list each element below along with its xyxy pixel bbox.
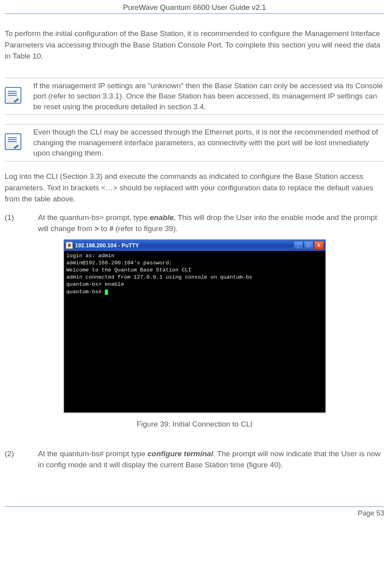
terminal-screenshot: 🖥 192.168.200.104 - PuTTY _ □ X login as…	[5, 239, 384, 413]
maximize-button[interactable]: □	[304, 241, 313, 250]
step-1: (1) At the quantum-bs> prompt, type enab…	[5, 212, 384, 235]
step1-post: (refer to figure 39).	[114, 224, 178, 233]
step-number: (1)	[5, 212, 38, 235]
intro-paragraph: To perform the initial configuration of …	[5, 28, 384, 62]
note-box-2: Even though the CLI may be accessed thro…	[5, 124, 384, 161]
terminal-body[interactable]: login as: admin admin@192.168.200.104's …	[64, 251, 325, 412]
note-icon	[5, 87, 21, 104]
figure-caption: Figure 39: Initial Connection to CLI	[5, 420, 384, 429]
putty-title: 192.168.200.104 - PuTTY	[75, 242, 139, 248]
close-button[interactable]: X	[314, 241, 324, 250]
step1-sym2: #	[109, 224, 114, 233]
step1-sym1: >	[95, 224, 99, 233]
page-header-title: PureWave Quantum 6600 User Guide v2.1	[5, 3, 384, 14]
note-icon	[5, 133, 21, 150]
putty-window: 🖥 192.168.200.104 - PuTTY _ □ X login as…	[64, 239, 326, 413]
step-1-text: At the quantum-bs> prompt, type enable. …	[38, 212, 384, 235]
note-text-1: If the management IP settings are "unkno…	[33, 81, 384, 112]
step-2-text: At the quantum-bs# prompt type configure…	[38, 448, 384, 471]
putty-titlebar: 🖥 192.168.200.104 - PuTTY _ □ X	[64, 240, 325, 251]
step1-pre: At the quantum-bs> prompt, type	[38, 213, 150, 222]
step-number: (2)	[5, 448, 38, 471]
putty-icon: 🖥	[66, 242, 73, 249]
page-footer: Page 53	[5, 506, 384, 518]
note-text-2: Even though the CLI may be accessed thro…	[33, 127, 384, 159]
step2-cmd: configure terminal	[148, 450, 213, 458]
step2-pre: At the quantum-bs# prompt type	[38, 450, 148, 458]
step1-to: to	[99, 224, 109, 233]
step1-cmd: enable.	[150, 213, 176, 222]
step-2: (2) At the quantum-bs# prompt type confi…	[5, 448, 384, 471]
minimize-button[interactable]: _	[294, 241, 303, 250]
note-box-1: If the management IP settings are "unkno…	[5, 78, 384, 115]
cli-paragraph: Log into the CLI (Section 3.3) and execu…	[5, 171, 384, 205]
